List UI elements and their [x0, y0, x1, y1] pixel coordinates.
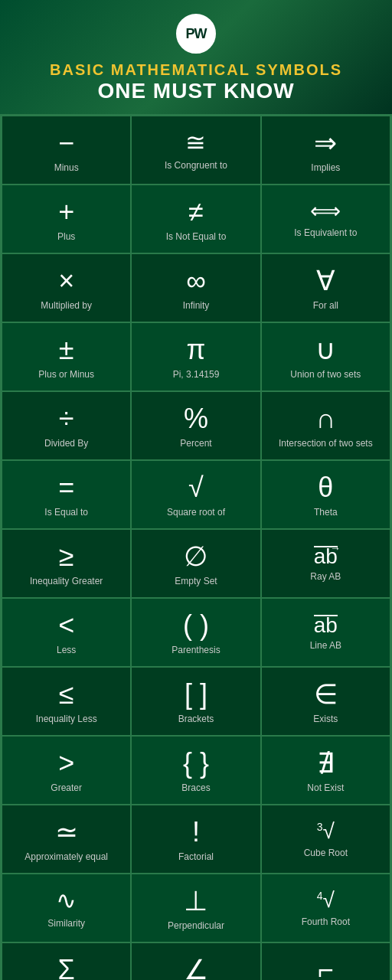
math-symbol: ≠: [188, 197, 204, 227]
symbol-cell: ∞Infinity: [131, 253, 260, 322]
math-symbol: ≥: [59, 541, 74, 572]
math-symbol: ∩: [315, 403, 335, 434]
symbol-cell: ∿Similarity: [2, 874, 131, 942]
title-line1: BASIC MATHEMATICAL SYMBOLS: [8, 61, 384, 79]
math-symbol: 4√: [317, 889, 335, 913]
symbol-label: Percent: [180, 438, 211, 450]
symbol-cell: ∩Intersection of two sets: [261, 391, 390, 460]
symbol-label: Line AB: [310, 640, 341, 652]
symbol-cell: ≅Is Congruent to: [131, 116, 260, 185]
symbol-label: Is Not Equal to: [166, 231, 227, 243]
symbol-cell: ÷Divided By: [2, 391, 131, 460]
math-symbol: ⌐: [318, 955, 334, 980]
math-symbol: [ ]: [185, 679, 207, 710]
math-symbol: −: [58, 128, 74, 158]
math-symbol: ∈: [314, 679, 338, 710]
symbol-cell: πPi, 3.14159: [131, 322, 260, 391]
math-symbol: ×: [58, 266, 74, 296]
symbol-label: Not Exist: [307, 782, 344, 795]
math-symbol: ∄: [317, 748, 335, 779]
symbol-cell: ∅Empty Set: [131, 529, 260, 598]
math-symbol: √: [188, 472, 204, 503]
symbol-cell: ∈Exists: [261, 667, 390, 736]
symbol-label: Fourth Root: [302, 916, 350, 929]
math-symbol: ab: [314, 615, 338, 636]
symbol-cell: ab→Ray AB: [261, 529, 390, 598]
symbol-cell: ( )Parenthesis: [131, 598, 260, 667]
logo: PW: [176, 14, 216, 54]
symbol-label: Plus: [57, 231, 75, 243]
symbol-cell: 4√Fourth Root: [261, 874, 390, 942]
symbol-cell: %Percent: [131, 391, 260, 460]
math-symbol: ⇒: [314, 128, 337, 158]
symbol-cell: ≃Approximately equal: [2, 805, 131, 874]
math-symbol: =: [58, 472, 74, 503]
symbol-cell: +Plus: [2, 185, 131, 253]
symbol-cell: √Square root of: [131, 460, 260, 529]
symbol-label: Less: [57, 645, 76, 657]
symbol-cell: ⌐Right Angle: [261, 942, 390, 980]
symbol-cell: ≤Inequality Less: [2, 667, 131, 736]
symbol-label: Divided By: [44, 438, 88, 450]
symbol-cell: ×Multiplied by: [2, 253, 131, 322]
symbol-label: Similarity: [47, 918, 85, 930]
symbol-cell: −Minus: [2, 116, 131, 185]
symbol-cell: ≥Inequality Greater: [2, 529, 131, 598]
symbol-label: Infinity: [183, 300, 210, 312]
symbol-cell: <Less: [2, 598, 131, 667]
symbol-cell: { }Braces: [131, 736, 260, 805]
math-symbol: ⟺: [310, 200, 341, 224]
symbol-label: Is Equivalent to: [294, 227, 357, 240]
symbol-label: Implies: [311, 162, 340, 175]
math-symbol: 3√: [317, 820, 335, 844]
symbol-label: Pi, 3.14159: [173, 369, 220, 381]
math-symbol: ∀: [316, 266, 335, 296]
math-symbol: +: [58, 197, 74, 227]
symbols-grid: −Minus≅Is Congruent to⇒Implies+Plus≠Is N…: [0, 114, 392, 980]
symbol-label: Greater: [51, 782, 82, 795]
math-symbol: ≃: [55, 817, 78, 848]
math-symbol: ∠: [184, 955, 208, 980]
math-symbol: ⊥: [184, 886, 207, 916]
symbol-cell: ΣSum of: [2, 942, 131, 980]
symbol-label: Square root of: [167, 507, 225, 519]
symbol-label: Exists: [313, 714, 338, 726]
math-symbol: ±: [59, 335, 74, 365]
symbol-label: Ray AB: [310, 571, 341, 583]
symbol-cell: !Factorial: [131, 805, 260, 874]
math-symbol: ≤: [59, 679, 74, 710]
symbol-label: Cube Root: [304, 848, 348, 860]
symbol-cell: ≠Is Not Equal to: [131, 185, 260, 253]
symbol-cell: [ ]Brackets: [131, 667, 260, 736]
math-symbol: Σ: [58, 955, 75, 980]
symbol-cell: abLine AB: [261, 598, 390, 667]
math-symbol: ÷: [59, 403, 74, 434]
symbol-cell: ⇒Implies: [261, 116, 390, 185]
symbol-label: Empty Set: [175, 576, 217, 588]
symbol-label: Inequality Greater: [30, 576, 103, 588]
math-symbol: ≅: [185, 129, 206, 156]
math-symbol: ∅: [184, 541, 207, 572]
symbol-label: Parenthesis: [172, 645, 220, 657]
symbol-label: Multiplied by: [41, 300, 92, 312]
header: PW BASIC MATHEMATICAL SYMBOLS ONE MUST K…: [0, 0, 392, 114]
symbol-label: For all: [313, 300, 338, 312]
symbol-cell: θTheta: [261, 460, 390, 529]
symbol-cell: ∀For all: [261, 253, 390, 322]
symbol-cell: ∪Union of two sets: [261, 322, 390, 391]
math-symbol: %: [184, 403, 208, 434]
math-symbol: >: [58, 748, 74, 779]
symbol-label: Braces: [181, 782, 210, 795]
symbol-cell: ∠Angle: [131, 942, 260, 980]
math-symbol: ( ): [183, 610, 209, 641]
symbol-label: Brackets: [178, 714, 214, 726]
symbol-label: Factorial: [178, 851, 214, 864]
symbol-label: Union of two sets: [290, 369, 361, 381]
symbol-label: Approximately equal: [24, 851, 108, 864]
symbol-cell: >Greater: [2, 736, 131, 805]
symbol-label: Perpendicular: [168, 920, 224, 933]
math-symbol: ab→: [314, 546, 338, 567]
symbol-cell: ±Plus or Minus: [2, 322, 131, 391]
symbol-cell: 3√Cube Root: [261, 805, 390, 874]
symbol-cell: ∄Not Exist: [261, 736, 390, 805]
